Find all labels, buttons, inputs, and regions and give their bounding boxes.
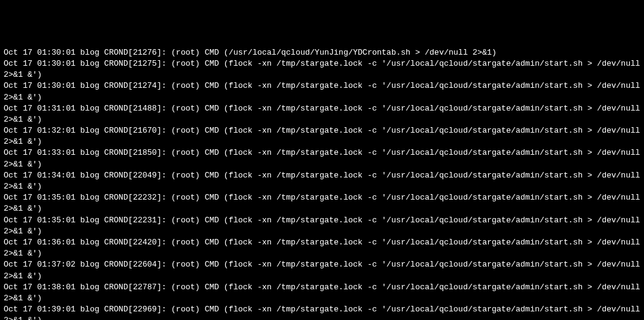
- log-line: Oct 17 01:30:01 blog CROND[21276]: (root…: [4, 47, 640, 58]
- log-line: Oct 17 01:30:01 blog CROND[21275]: (root…: [4, 58, 640, 80]
- log-line: Oct 17 01:39:01 blog CROND[22969]: (root…: [4, 304, 640, 320]
- log-line: Oct 17 01:30:01 blog CROND[21274]: (root…: [4, 80, 640, 103]
- terminal-output: Oct 17 01:30:01 blog CROND[21276]: (root…: [4, 47, 640, 320]
- log-line: Oct 17 01:34:01 blog CROND[22049]: (root…: [4, 170, 640, 192]
- log-line: Oct 17 01:31:01 blog CROND[21488]: (root…: [4, 103, 640, 125]
- log-line: Oct 17 01:32:01 blog CROND[21670]: (root…: [4, 125, 640, 147]
- log-line: Oct 17 01:35:01 blog CROND[22231]: (root…: [4, 215, 640, 237]
- log-line: Oct 17 01:36:01 blog CROND[22420]: (root…: [4, 237, 640, 259]
- log-line: Oct 17 01:37:02 blog CROND[22604]: (root…: [4, 259, 640, 281]
- log-line: Oct 17 01:38:01 blog CROND[22787]: (root…: [4, 282, 640, 304]
- log-line: Oct 17 01:33:01 blog CROND[21850]: (root…: [4, 147, 640, 170]
- log-line: Oct 17 01:35:01 blog CROND[22232]: (root…: [4, 192, 640, 214]
